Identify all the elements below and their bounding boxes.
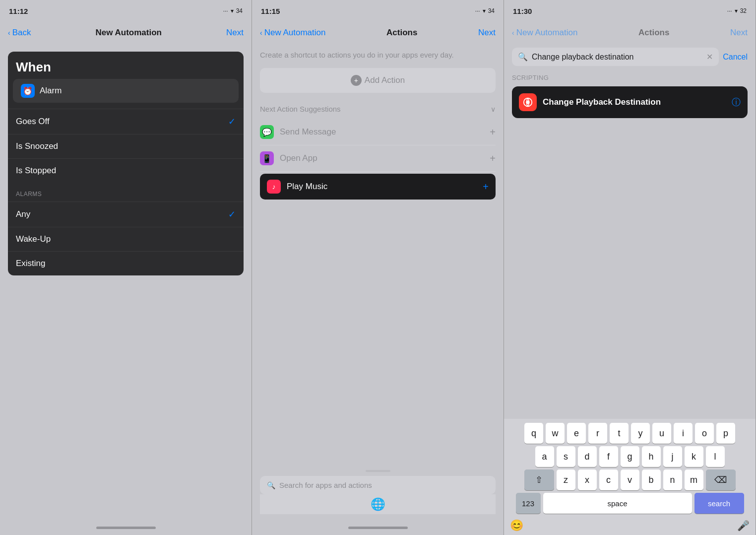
suggestion-send-message-left: 💬 Send Message xyxy=(260,125,336,139)
option-existing-label: Existing xyxy=(16,259,46,268)
key-search[interactable]: search xyxy=(694,493,744,514)
home-indicator-2 xyxy=(252,520,504,535)
key-space[interactable]: space xyxy=(543,493,692,514)
play-music-plus[interactable]: + xyxy=(483,181,489,193)
back-button-1[interactable]: ‹ Back xyxy=(8,28,31,38)
send-message-label: Send Message xyxy=(280,127,336,137)
open-app-icon: 📱 xyxy=(260,151,274,165)
search-bar-bottom[interactable]: 🔍 Search for apps and actions xyxy=(260,476,496,494)
key-f[interactable]: f xyxy=(599,446,618,467)
option-is-stopped[interactable]: Is Stopped xyxy=(8,159,244,183)
result-row[interactable]: Change Playback Destination ⓘ xyxy=(512,86,748,118)
status-bar-3: 11:30 ··· ▾ 32 xyxy=(504,0,756,22)
key-w[interactable]: w xyxy=(546,423,565,444)
search-input-value[interactable]: Change playback destination xyxy=(532,53,702,62)
add-action-button[interactable]: + Add Action xyxy=(260,68,496,93)
suggestions-header: Next Action Suggestions ∨ xyxy=(260,105,496,113)
next-button-1[interactable]: Next xyxy=(226,28,244,38)
key-y[interactable]: y xyxy=(631,423,650,444)
option-is-snoozed-label: Is Snoozed xyxy=(16,141,58,151)
key-p[interactable]: p xyxy=(716,423,735,444)
keyboard-area: q w e r t y u i o p a s d f g h j k l xyxy=(504,419,756,535)
result-label: Change Playback Destination xyxy=(543,97,726,107)
key-x[interactable]: x xyxy=(578,469,597,490)
key-r[interactable]: r xyxy=(588,423,607,444)
cancel-button[interactable]: Cancel xyxy=(723,53,748,62)
search-placeholder-2: Search for apps and actions xyxy=(279,481,372,489)
option-any[interactable]: Any ✓ xyxy=(8,202,244,227)
alarms-section-label: ALARMS xyxy=(8,183,244,201)
battery-icon-2: 34 xyxy=(488,7,495,14)
status-icons-1: ··· ▾ 34 xyxy=(223,7,243,14)
back-label-3: New Automation xyxy=(516,28,578,38)
nav-title-2: Actions xyxy=(386,28,417,38)
search-field-container[interactable]: 🔍 Change playback destination ✕ xyxy=(512,48,719,66)
option-goes-off[interactable]: Goes Off ✓ xyxy=(8,109,244,134)
add-action-label: Add Action xyxy=(365,75,405,85)
suggestion-send-message[interactable]: 💬 Send Message + xyxy=(260,119,496,145)
key-u[interactable]: u xyxy=(652,423,671,444)
back-label-2: New Automation xyxy=(264,28,326,38)
nav-bar-1: ‹ Back New Automation Next xyxy=(0,22,252,44)
wifi-icon-3: ▾ xyxy=(735,7,738,14)
key-k[interactable]: k xyxy=(685,446,703,467)
mic-key[interactable]: 🎤 xyxy=(737,520,750,532)
play-music-label: Play Music xyxy=(287,182,327,192)
back-button-3[interactable]: ‹ New Automation xyxy=(512,28,577,38)
key-b[interactable]: b xyxy=(642,469,661,490)
key-m[interactable]: m xyxy=(685,469,703,490)
panel2-bottom: 🌐 xyxy=(260,494,496,514)
play-music-row[interactable]: ♪ Play Music + xyxy=(260,174,496,200)
key-shift[interactable]: ⇧ xyxy=(524,469,554,490)
back-button-2[interactable]: ‹ New Automation xyxy=(260,28,325,38)
suggestion-open-app[interactable]: 📱 Open App + xyxy=(260,145,496,172)
battery-icon: 34 xyxy=(236,7,243,14)
next-button-3[interactable]: Next xyxy=(730,28,748,38)
battery-icon-3: 32 xyxy=(740,7,747,14)
key-z[interactable]: z xyxy=(557,469,575,490)
key-123[interactable]: 123 xyxy=(516,493,541,514)
key-v[interactable]: v xyxy=(621,469,639,490)
key-delete[interactable]: ⌫ xyxy=(706,469,736,490)
key-n[interactable]: n xyxy=(663,469,682,490)
home-bar-1 xyxy=(96,527,156,529)
send-message-plus[interactable]: + xyxy=(490,127,496,138)
clear-search-button[interactable]: ✕ xyxy=(706,52,713,62)
key-d[interactable]: d xyxy=(578,446,597,467)
key-s[interactable]: s xyxy=(557,446,575,467)
scripting-section: Scripting Change Playback Destination ⓘ xyxy=(504,66,756,122)
time-2: 11:15 xyxy=(261,7,280,15)
result-info-button[interactable]: ⓘ xyxy=(732,96,741,108)
key-i[interactable]: i xyxy=(674,423,693,444)
nav-title-3: Actions xyxy=(638,28,669,38)
key-a[interactable]: a xyxy=(535,446,554,467)
next-button-2[interactable]: Next xyxy=(478,28,496,38)
key-j[interactable]: j xyxy=(663,446,682,467)
suggestions-chevron[interactable]: ∨ xyxy=(491,105,496,113)
open-app-plus[interactable]: + xyxy=(490,153,496,164)
status-icons-3: ··· ▾ 32 xyxy=(727,7,747,14)
key-q[interactable]: q xyxy=(524,423,543,444)
search-icon-2: 🔍 xyxy=(267,481,275,489)
key-h[interactable]: h xyxy=(642,446,661,467)
option-goes-off-label: Goes Off xyxy=(16,117,50,127)
key-e[interactable]: e xyxy=(567,423,586,444)
panel-when: 11:12 ··· ▾ 34 ‹ Back New Automation Nex… xyxy=(0,0,252,535)
key-g[interactable]: g xyxy=(621,446,639,467)
option-is-snoozed[interactable]: Is Snoozed xyxy=(8,134,244,159)
actions-description: Create a shortcut to actions you do in y… xyxy=(260,50,496,60)
home-indicator-1 xyxy=(0,520,252,535)
option-wakeup-label: Wake-Up xyxy=(16,234,51,244)
key-c[interactable]: c xyxy=(599,469,618,490)
option-existing[interactable]: Existing xyxy=(8,252,244,275)
status-icons-2: ··· ▾ 34 xyxy=(475,7,495,14)
status-bar-1: 11:12 ··· ▾ 34 xyxy=(0,0,252,22)
keyboard-row-2: a s d f g h j k l xyxy=(506,446,754,467)
key-l[interactable]: l xyxy=(706,446,725,467)
nav-bar-3: ‹ New Automation Actions Next xyxy=(504,22,756,44)
option-wakeup[interactable]: Wake-Up xyxy=(8,227,244,252)
key-o[interactable]: o xyxy=(695,423,714,444)
emoji-key[interactable]: 😊 xyxy=(510,519,523,532)
alarm-row[interactable]: ⏰ Alarm xyxy=(13,79,239,103)
key-t[interactable]: t xyxy=(610,423,629,444)
